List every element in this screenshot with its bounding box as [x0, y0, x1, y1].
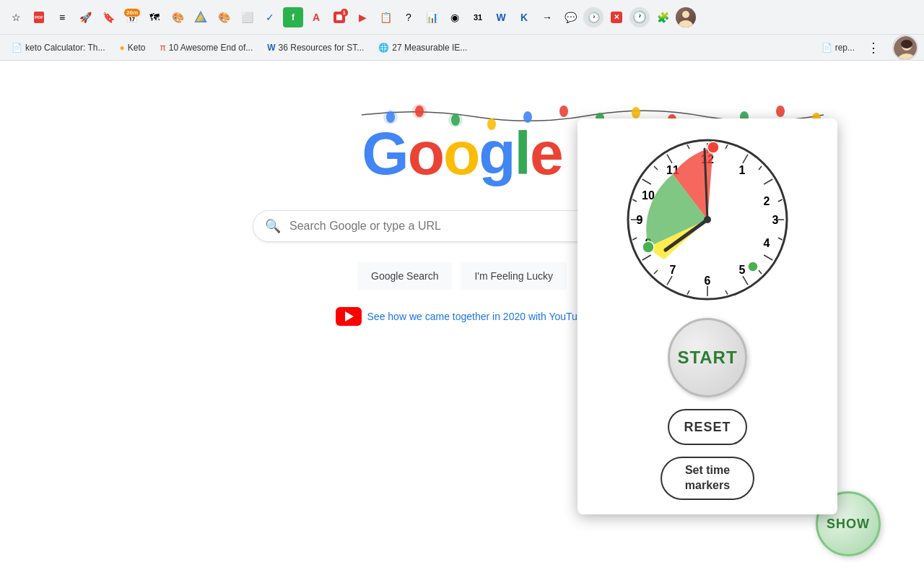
bookmark-10awesome[interactable]: π 10 Awesome End of...: [154, 40, 258, 56]
todo-check-icon[interactable]: ✓: [260, 7, 280, 27]
svg-text:1: 1: [739, 164, 746, 176]
youtube-logo: [336, 307, 362, 326]
close-extension-icon[interactable]: ✕: [606, 7, 627, 27]
more-options-icon[interactable]: ⋮: [863, 38, 884, 58]
bookmark-star-icon[interactable]: ☆: [6, 7, 26, 27]
show-label: SHOW: [827, 517, 870, 532]
palette-icon[interactable]: 🎨: [167, 7, 188, 27]
calendar-badge: 20m: [124, 9, 140, 17]
set-time-button[interactable]: Set timemarkers: [661, 457, 754, 500]
logo-G: G: [362, 118, 407, 189]
drive-icon[interactable]: [191, 7, 211, 27]
extensions-icon[interactable]: ⬜: [237, 7, 257, 27]
svg-text:6: 6: [705, 275, 711, 287]
reset-label: RESET: [684, 420, 731, 435]
svg-point-26: [412, 104, 427, 118]
color-picker-icon[interactable]: 🎨: [214, 7, 234, 27]
bookmark-rep-icon: 📄: [821, 43, 832, 53]
search-buttons: Google Search I'm Feeling Lucky: [357, 262, 567, 290]
bookmark-tab-icon[interactable]: 🔖: [98, 7, 118, 27]
arrow-right-icon[interactable]: →: [537, 7, 557, 27]
logo-g: g: [479, 118, 514, 189]
search-magnifier-icon: 🔍: [265, 218, 281, 234]
bookmark-10awesome-label: 10 Awesome End of...: [169, 43, 253, 53]
google-search-button[interactable]: Google Search: [357, 262, 452, 290]
svg-point-19: [632, 107, 640, 118]
logo-l: l: [515, 118, 530, 189]
bookmark-36resources[interactable]: W 36 Resources for ST...: [261, 40, 370, 56]
record-badge: 1: [341, 9, 348, 17]
logo-o2: o: [443, 118, 479, 189]
message-bubble-icon[interactable]: 💬: [560, 7, 580, 27]
circle-dot-icon[interactable]: ◉: [445, 7, 465, 27]
svg-text:2: 2: [764, 195, 770, 207]
record-icon[interactable]: 1: [329, 7, 349, 27]
svg-point-70: [704, 216, 711, 223]
calendar-badge-icon[interactable]: 📅20m: [121, 7, 141, 27]
help-icon[interactable]: ?: [398, 7, 419, 27]
google-logo-area: G o o g l e: [362, 118, 562, 189]
svg-text:3: 3: [772, 214, 779, 226]
abbyy-icon[interactable]: A: [306, 7, 326, 27]
start-label: START: [677, 348, 737, 368]
rocket-icon[interactable]: 🚀: [75, 7, 95, 27]
clock-settings-icon[interactable]: 🕐: [629, 7, 650, 27]
svg-point-67: [748, 262, 758, 272]
bookmark-globe-icon: 🌐: [378, 43, 389, 53]
pdf-icon[interactable]: PDF: [29, 7, 49, 27]
bookmark-keto[interactable]: ● Keto: [114, 40, 152, 56]
bookmarks-bar: 📄 keto Calculator: Th... ● Keto π 10 Awe…: [0, 35, 924, 61]
bookmark-rep-label: rep...: [835, 43, 855, 53]
bookmark-keto-icon: ●: [120, 43, 125, 53]
user-avatar-icon[interactable]: [676, 7, 696, 27]
svg-point-13: [415, 105, 424, 117]
feedly-icon[interactable]: f: [283, 7, 303, 27]
svg-text:4: 4: [764, 237, 770, 249]
svg-point-66: [707, 142, 719, 153]
logo-o1: o: [408, 118, 443, 189]
bookmark-pi-icon: π: [160, 43, 165, 53]
bookmark-keto-label: Keto: [128, 43, 146, 53]
yt-play-icon: [345, 311, 354, 322]
bookmark-36resources-label: 36 Resources for ST...: [279, 43, 365, 53]
svg-text:7: 7: [670, 264, 676, 276]
bookmark-27measurable[interactable]: 🌐 27 Measurable IE...: [372, 40, 473, 56]
svg-point-11: [901, 40, 912, 48]
yt-promo[interactable]: See how we came together in 2020 with Yo…: [336, 307, 589, 326]
svg-point-23: [776, 105, 785, 117]
svg-point-6: [682, 11, 689, 18]
timer-popup: 12 1 2 3 4 5 6 7 8 9 10 11: [578, 118, 837, 514]
svg-point-65: [642, 241, 654, 253]
svg-text:PDF: PDF: [35, 15, 43, 20]
svg-text:10: 10: [642, 189, 655, 202]
toolbar-icons: ☆ PDF ≡ 🚀 🔖 📅20m 🗺 🎨 🎨 ⬜ ✓ f: [6, 7, 696, 27]
timer-clock-icon[interactable]: 🕐: [583, 7, 603, 27]
clipboard-icon[interactable]: 📋: [375, 7, 396, 27]
svg-point-7: [679, 20, 693, 27]
bookmark-27measurable-label: 27 Measurable IE...: [392, 43, 467, 53]
office-icon[interactable]: W: [491, 7, 511, 27]
svg-marker-3: [196, 12, 206, 22]
main-content: G o o g l e 🔍 Google Search I'm Feeling …: [0, 61, 924, 578]
bookmark-36resources-icon: W: [267, 43, 275, 53]
bookmark-keto-calc-icon: 📄: [12, 43, 22, 53]
user-avatar[interactable]: [892, 35, 918, 61]
calendar31-icon[interactable]: 31: [468, 7, 488, 27]
maps-icon[interactable]: 🗺: [144, 7, 165, 27]
feeling-lucky-button[interactable]: I'm Feeling Lucky: [461, 262, 567, 290]
bookmark-keto-calc[interactable]: 📄 keto Calculator: Th...: [6, 40, 111, 56]
chrome-toolbar: ☆ PDF ≡ 🚀 🔖 📅20m 🗺 🎨 🎨 ⬜ ✓ f: [0, 0, 924, 35]
yt-promo-text: See how we came together in 2020 with Yo…: [367, 311, 589, 322]
set-time-label: Set timemarkers: [685, 463, 730, 493]
logo-e: e: [530, 118, 562, 189]
reset-button[interactable]: RESET: [668, 409, 747, 445]
analytics-icon[interactable]: 📊: [422, 7, 442, 27]
reader-icon[interactable]: ≡: [52, 7, 72, 27]
svg-text:5: 5: [739, 264, 746, 276]
k-icon[interactable]: K: [514, 7, 534, 27]
start-button[interactable]: START: [668, 318, 747, 397]
bookmark-keto-calc-label: keto Calculator: Th...: [25, 43, 105, 53]
puzzle-piece-icon[interactable]: 🧩: [653, 7, 673, 27]
bookmark-rep[interactable]: 📄 rep...: [816, 40, 860, 56]
screencast-icon[interactable]: ▶: [352, 7, 372, 27]
